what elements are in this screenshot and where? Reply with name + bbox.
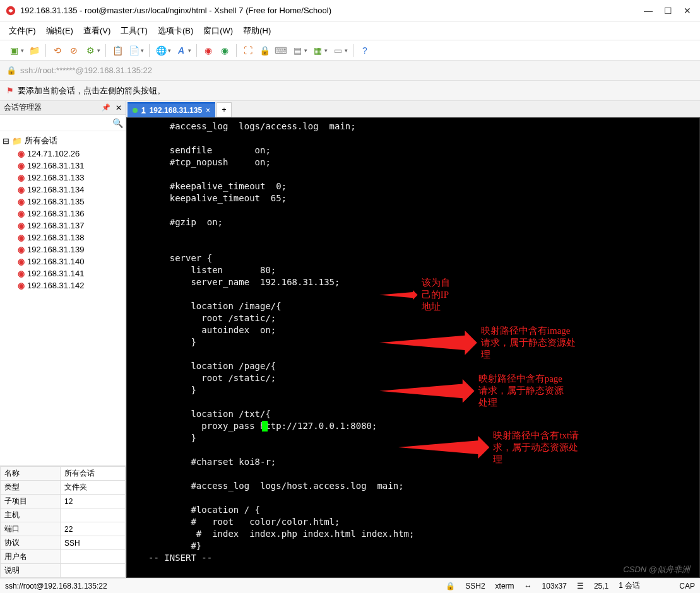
app-icon <box>5 5 16 16</box>
session-item[interactable]: ◉192.168.31.135 <box>0 196 126 208</box>
tab-close-icon[interactable]: × <box>206 106 210 115</box>
prop-user-value <box>61 550 126 564</box>
disconnect-icon[interactable]: ⊘ <box>66 43 81 58</box>
terminal-icon[interactable]: ▤ <box>290 43 305 58</box>
menu-edit[interactable]: 编辑(E) <box>46 25 73 37</box>
cursor-icon <box>262 421 268 432</box>
reconnect-icon[interactable]: ⟲ <box>50 43 65 58</box>
session-item[interactable]: ◉192.168.31.141 <box>0 267 126 279</box>
keyboard-icon[interactable]: ⌨ <box>273 43 288 58</box>
help-icon[interactable]: ? <box>357 43 372 58</box>
session-label: 192.168.31.140 <box>27 257 84 266</box>
status-lock-icon: 🔒 <box>446 582 455 590</box>
menu-tab[interactable]: 选项卡(B) <box>158 25 193 37</box>
session-icon: ◉ <box>18 257 25 266</box>
status-pos-icon: ☰ <box>577 582 584 590</box>
script-icon[interactable]: ▭ <box>330 43 345 58</box>
annotation-text: 映射路径中含有page请求，属于静态资源处理 <box>478 373 572 409</box>
prop-port-label: 端口 <box>1 522 61 536</box>
session-item[interactable]: ◉192.168.31.134 <box>0 184 126 196</box>
annotation-text: 该为自己的IP地址 <box>422 277 458 313</box>
close-button[interactable]: ✕ <box>684 6 691 16</box>
folder-icon: 📁 <box>12 136 22 146</box>
terminal[interactable]: #access_log logs/access.log main; sendfi… <box>126 117 700 578</box>
session-item[interactable]: ◉192.168.31.142 <box>0 279 126 291</box>
toolbar: ▣▾ 📁 ⟲ ⊘ ⚙▾ 📋 📄▾ 🌐▾ A▾ ◉ ◉ ⛶ 🔒 ⌨ ▤▾ ▦▾ ▭… <box>0 40 700 61</box>
find-icon[interactable]: 🌐 <box>153 43 169 58</box>
annotation: 映射路径中含有txt请求，属于动态资源处理 <box>398 430 583 466</box>
session-label: 192.168.31.141 <box>27 269 84 278</box>
session-item[interactable]: ◉192.168.31.133 <box>0 172 126 184</box>
tree-root[interactable]: ⊟ 📁 所有会话 <box>0 134 126 148</box>
session-label: 192.168.31.137 <box>27 221 84 230</box>
menu-window[interactable]: 窗口(W) <box>203 25 233 37</box>
xftp-icon[interactable]: ◉ <box>217 43 232 58</box>
session-manager-header: 会话管理器 📌 ✕ <box>0 101 126 115</box>
menu-view[interactable]: 查看(V) <box>83 25 110 37</box>
font-icon[interactable]: A <box>174 43 189 58</box>
main-area: 1 192.168.31.135 × + #access_log logs/ac… <box>126 101 700 578</box>
tab-active[interactable]: 1 192.168.31.135 × <box>128 102 215 117</box>
paste-icon[interactable]: 📄 <box>126 43 141 58</box>
session-item[interactable]: ◉192.168.31.140 <box>0 255 126 267</box>
menu-file[interactable]: 文件(F) <box>9 25 36 37</box>
add-tab-button[interactable]: + <box>217 102 232 117</box>
arrow-icon <box>379 379 475 403</box>
session-item[interactable]: ◉124.71.102.26 <box>0 148 126 160</box>
window-controls: — ☐ ✕ <box>644 6 695 16</box>
hint-text: 要添加当前会话，点击左侧的箭头按钮。 <box>18 85 165 97</box>
svg-marker-3 <box>379 379 475 403</box>
annotation-text: 映射路径中含有txt请求，属于动态资源处理 <box>493 430 582 466</box>
layout-icon[interactable]: ▦ <box>310 43 325 58</box>
menu-help[interactable]: 帮助(H) <box>243 25 271 37</box>
xshell-icon[interactable]: ◉ <box>201 43 216 58</box>
status-size: 103x37 <box>542 582 567 590</box>
search-input[interactable] <box>3 117 112 129</box>
maximize-button[interactable]: ☐ <box>664 6 672 16</box>
menubar: 文件(F) 编辑(E) 查看(V) 工具(T) 选项卡(B) 窗口(W) 帮助(… <box>0 21 700 40</box>
session-item[interactable]: ◉192.168.31.136 <box>0 208 126 220</box>
session-icon: ◉ <box>18 269 25 278</box>
prop-protocol-value: SSH <box>61 536 126 550</box>
tree-root-label: 所有会话 <box>25 135 57 146</box>
session-label: 192.168.31.139 <box>27 245 84 254</box>
pin-icon[interactable]: 📌 <box>102 103 110 112</box>
session-icon: ◉ <box>18 173 25 182</box>
watermark: CSDN @似舟非洲 <box>623 564 690 575</box>
open-session-icon[interactable]: 📁 <box>27 43 42 58</box>
status-ssh: SSH2 <box>465 582 485 590</box>
session-item[interactable]: ◉192.168.31.139 <box>0 244 126 255</box>
status-dot-icon <box>133 108 138 113</box>
session-icon: ◉ <box>18 161 25 170</box>
arrow-icon <box>398 436 489 459</box>
session-label: 192.168.31.133 <box>27 173 84 182</box>
address-text[interactable]: ssh://root:******@192.168.31.135:22 <box>20 66 152 75</box>
svg-marker-2 <box>379 331 477 355</box>
search-icon[interactable]: 🔍 <box>112 118 123 128</box>
collapse-icon[interactable]: ⊟ <box>3 136 9 146</box>
prop-name-label: 名称 <box>1 467 61 481</box>
menu-tools[interactable]: 工具(T) <box>121 25 148 37</box>
session-props-icon[interactable]: ⚙ <box>83 43 98 58</box>
hint-bar: ⚑ 要添加当前会话，点击左侧的箭头按钮。 <box>0 81 700 101</box>
tab-index: 1 <box>141 106 146 115</box>
session-item[interactable]: ◉192.168.31.138 <box>0 232 126 244</box>
new-session-icon[interactable]: ▣ <box>6 43 21 58</box>
prop-desc-value <box>61 564 126 578</box>
lock-icon[interactable]: 🔒 <box>257 43 272 58</box>
session-item[interactable]: ◉192.168.31.137 <box>0 220 126 232</box>
session-icon: ◉ <box>18 185 25 194</box>
session-item[interactable]: ◉192.168.31.131 <box>0 160 126 172</box>
svg-marker-4 <box>398 436 489 459</box>
close-panel-icon[interactable]: ✕ <box>116 103 122 112</box>
annotation: 映射路径中含有image请求，属于静态资源处理 <box>379 325 577 361</box>
prop-type-label: 类型 <box>1 481 61 495</box>
session-icon: ◉ <box>18 149 25 158</box>
minimize-button[interactable]: — <box>644 6 653 16</box>
copy-icon[interactable]: 📋 <box>110 43 125 58</box>
session-manager-title: 会话管理器 <box>4 102 42 113</box>
status-sessions: 1 会话 <box>619 580 640 591</box>
titlebar: 192.168.31.135 - root@master:/usr/local/… <box>0 0 700 21</box>
status-cap: CAP <box>679 582 695 590</box>
fullscreen-icon[interactable]: ⛶ <box>240 43 256 58</box>
